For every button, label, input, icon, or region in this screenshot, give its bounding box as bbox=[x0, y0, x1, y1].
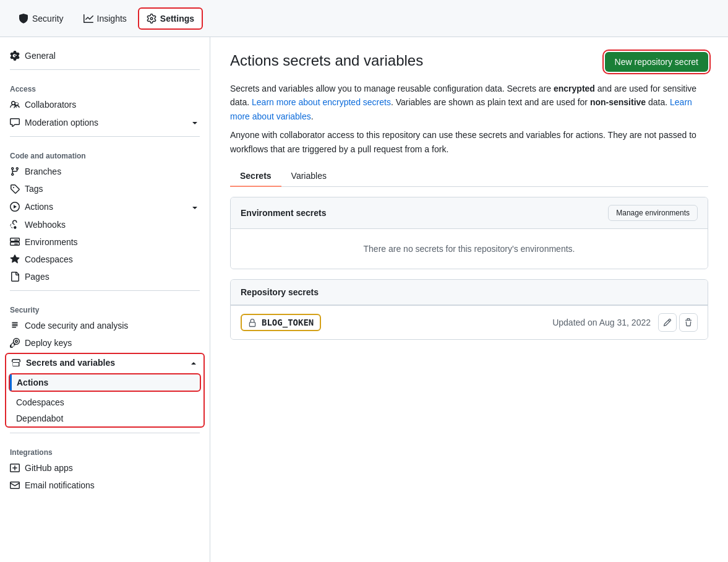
sidebar-section-code-automation: Code and automation bbox=[0, 142, 210, 163]
code-security-icon bbox=[10, 321, 20, 331]
sidebar-github-apps-label: GitHub apps bbox=[25, 463, 73, 473]
actions-chevron-icon bbox=[190, 201, 200, 212]
top-nav: Security Insights Settings bbox=[0, 0, 728, 37]
actions-sub-container: Actions bbox=[9, 373, 201, 392]
sidebar-item-dependabot-sub[interactable]: Dependabot bbox=[6, 410, 203, 426]
pages-icon bbox=[10, 272, 20, 282]
secret-actions bbox=[658, 313, 698, 332]
repository-secrets-title: Repository secrets bbox=[241, 287, 319, 297]
desc-text-5: . bbox=[311, 111, 314, 121]
sidebar: General Access Collaborators Moderation … bbox=[0, 37, 210, 562]
secret-name-text: BLOG_TOKEN bbox=[262, 318, 314, 327]
nav-security[interactable]: Security bbox=[10, 7, 72, 30]
sidebar-pages-label: Pages bbox=[25, 272, 49, 282]
sidebar-tags-label: Tags bbox=[25, 184, 43, 194]
desc-text-1: Secrets and variables allow you to manag… bbox=[230, 84, 554, 93]
sidebar-section-integrations: Integrations bbox=[0, 438, 210, 459]
sidebar-item-environments[interactable]: Environments bbox=[0, 233, 210, 251]
sidebar-item-tags[interactable]: Tags bbox=[0, 180, 210, 197]
nav-settings-label: Settings bbox=[160, 14, 194, 24]
sidebar-item-deploy-keys[interactable]: Deploy keys bbox=[0, 334, 210, 352]
new-repository-secret-button[interactable]: New repository secret bbox=[605, 52, 708, 72]
apps-icon bbox=[10, 463, 20, 473]
codespaces-icon bbox=[10, 254, 20, 264]
sidebar-divider-4 bbox=[10, 433, 200, 433]
gear-icon bbox=[147, 14, 156, 24]
desc-bold-2: non-sensitive bbox=[590, 97, 646, 107]
sidebar-item-actions[interactable]: Actions bbox=[0, 197, 210, 215]
layout: General Access Collaborators Moderation … bbox=[0, 37, 728, 562]
delete-secret-button[interactable] bbox=[679, 313, 698, 332]
graph-icon bbox=[84, 14, 93, 24]
repository-secrets-header: Repository secrets bbox=[231, 280, 708, 305]
main-content: Actions secrets and variables New reposi… bbox=[210, 37, 728, 562]
nav-security-label: Security bbox=[32, 14, 64, 24]
environment-secrets-section: Environment secrets Manage environments … bbox=[230, 197, 708, 269]
sidebar-item-codespaces[interactable]: Codespaces bbox=[0, 251, 210, 268]
sidebar-code-security-label: Code security and analysis bbox=[25, 321, 128, 331]
nav-insights-label: Insights bbox=[97, 14, 127, 24]
desc-bold-1: encrypted bbox=[554, 84, 595, 93]
shield-icon bbox=[19, 14, 28, 24]
secret-row-blog-token: BLOG_TOKEN Updated on Aug 31, 2022 bbox=[231, 305, 708, 339]
gear-small-icon bbox=[10, 51, 20, 61]
tab-variables[interactable]: Variables bbox=[281, 166, 336, 187]
sidebar-item-collaborators[interactable]: Collaborators bbox=[0, 96, 210, 113]
person-icon bbox=[10, 100, 20, 110]
server-icon bbox=[10, 237, 20, 247]
sidebar-item-moderation-options[interactable]: Moderation options bbox=[0, 113, 210, 131]
sidebar-environments-label: Environments bbox=[25, 237, 78, 247]
sidebar-item-email-notifications[interactable]: Email notifications bbox=[0, 477, 210, 494]
sidebar-item-secrets-variables[interactable]: Secrets and variables bbox=[6, 354, 203, 372]
sidebar-item-webhooks[interactable]: Webhooks bbox=[0, 216, 210, 233]
secrets-chevron-icon bbox=[189, 358, 199, 368]
sidebar-codespaces-label: Codespaces bbox=[25, 254, 73, 264]
learn-more-encrypted-link[interactable]: Learn more about encrypted secrets bbox=[252, 97, 391, 107]
secrets-variables-container: Secrets and variables Actions Codespaces… bbox=[5, 353, 205, 428]
sidebar-item-codespaces-sub[interactable]: Codespaces bbox=[6, 394, 203, 410]
nav-settings[interactable]: Settings bbox=[138, 7, 203, 30]
sidebar-section-security: Security bbox=[0, 296, 210, 317]
sidebar-item-pages[interactable]: Pages bbox=[0, 268, 210, 285]
comment-icon bbox=[10, 118, 20, 128]
secret-icon bbox=[11, 358, 21, 368]
sidebar-divider-1 bbox=[10, 69, 200, 70]
mail-icon bbox=[10, 480, 20, 490]
sidebar-moderation-label: Moderation options bbox=[25, 118, 98, 128]
manage-environments-button[interactable]: Manage environments bbox=[608, 205, 698, 221]
description-1: Secrets and variables allow you to manag… bbox=[230, 82, 708, 123]
sidebar-secrets-variables-label: Secrets and variables bbox=[26, 358, 115, 368]
sidebar-actions-label: Actions bbox=[25, 202, 53, 212]
tag-icon bbox=[10, 184, 20, 194]
repository-secrets-section: Repository secrets BLOG_TOKEN Updated on… bbox=[230, 279, 708, 340]
sidebar-item-code-security[interactable]: Code security and analysis bbox=[0, 317, 210, 334]
sidebar-dependabot-sub-label: Dependabot bbox=[16, 413, 63, 423]
sidebar-webhooks-label: Webhooks bbox=[25, 220, 66, 230]
key-icon bbox=[10, 338, 20, 348]
sidebar-codespaces-sub-label: Codespaces bbox=[16, 397, 64, 407]
page-title: Actions secrets and variables bbox=[230, 52, 423, 69]
sidebar-item-github-apps[interactable]: GitHub apps bbox=[0, 459, 210, 477]
sidebar-item-actions-sub[interactable]: Actions bbox=[10, 374, 200, 391]
main-header: Actions secrets and variables New reposi… bbox=[230, 52, 708, 72]
sidebar-collaborators-label: Collaborators bbox=[25, 100, 76, 110]
nav-insights[interactable]: Insights bbox=[75, 7, 135, 30]
sidebar-email-notifications-label: Email notifications bbox=[25, 480, 95, 490]
webhook-icon bbox=[10, 220, 20, 230]
sidebar-item-branches[interactable]: Branches bbox=[0, 163, 210, 180]
play-icon bbox=[10, 202, 20, 212]
sidebar-divider-2 bbox=[10, 136, 200, 137]
branch-icon bbox=[10, 166, 20, 176]
tab-secrets[interactable]: Secrets bbox=[230, 166, 281, 187]
lock-icon bbox=[248, 318, 257, 327]
environment-secrets-header: Environment secrets Manage environments bbox=[231, 197, 708, 229]
secret-name-box: BLOG_TOKEN bbox=[241, 314, 321, 331]
sidebar-general-label: General bbox=[25, 51, 56, 61]
sidebar-branches-label: Branches bbox=[25, 166, 61, 176]
desc-text-4: data. bbox=[646, 97, 670, 107]
sidebar-item-general[interactable]: General bbox=[0, 47, 210, 64]
moderation-chevron-icon bbox=[190, 117, 200, 128]
desc-text-3: . Variables are shown as plain text and … bbox=[391, 97, 590, 107]
sidebar-deploy-keys-label: Deploy keys bbox=[25, 338, 72, 348]
edit-secret-button[interactable] bbox=[658, 313, 677, 332]
